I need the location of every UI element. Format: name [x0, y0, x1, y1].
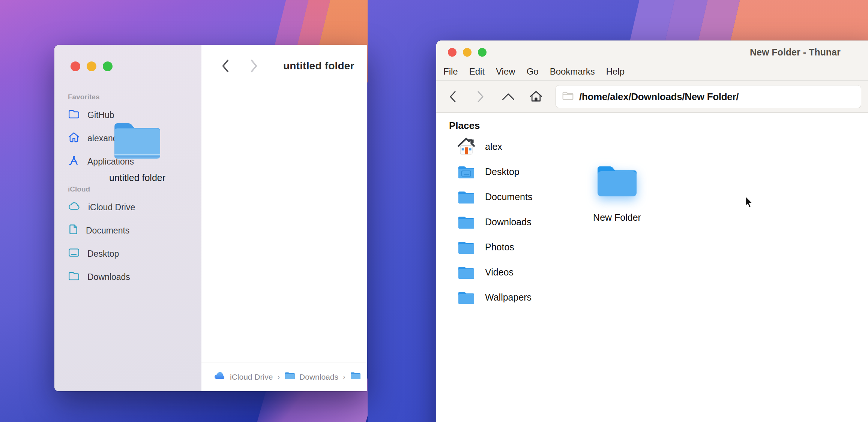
sidebar-item-downloads[interactable]: Downloads [54, 265, 201, 289]
finder-window-title: untitled folder [283, 60, 354, 72]
place-item-label: Wallpapers [485, 292, 532, 303]
place-item-desktop[interactable]: Desktop [436, 159, 567, 184]
folder-blue-icon [456, 215, 477, 230]
back-button[interactable] [442, 86, 463, 107]
zoom-button[interactable] [103, 61, 113, 71]
location-path-text: /home/alex/Downloads/New Folder/ [579, 91, 739, 103]
folder-desktop-icon [456, 165, 477, 180]
breadcrumb-partial[interactable] [350, 371, 361, 382]
thunar-folder-icon [595, 196, 640, 202]
finder-sidebar: Favorites GitHub alexander [54, 45, 201, 391]
place-item-label: Desktop [485, 166, 520, 177]
place-item-photos[interactable]: Photos [436, 235, 567, 260]
thunar-window: New Folder - Thunar File Edit View Go Bo… [436, 40, 868, 422]
minimize-button[interactable] [463, 48, 472, 57]
folder-outline-icon [68, 109, 80, 121]
cloud-filled-icon [213, 371, 226, 382]
sidebar-item-label: Desktop [87, 249, 119, 259]
sidebar-item-label: Downloads [87, 272, 130, 282]
close-button[interactable] [448, 48, 457, 57]
folder-filled-icon [350, 371, 361, 382]
document-outline-icon [68, 224, 78, 237]
thunar-traffic-lights [448, 48, 487, 57]
finder-window: Favorites GitHub alexander [54, 45, 367, 391]
sidebar-item-label: Documents [86, 226, 129, 236]
home-button[interactable] [526, 86, 547, 107]
forward-button[interactable] [246, 58, 262, 74]
sidebar-item-icloud-drive[interactable]: iCloud Drive [54, 196, 201, 219]
back-button[interactable] [217, 58, 234, 74]
menu-help[interactable]: Help [601, 66, 630, 77]
file-item-label: New Folder [586, 212, 648, 223]
home-house-icon [456, 137, 477, 157]
desktop-outline-icon [68, 248, 80, 260]
folder-blue-icon [456, 290, 477, 305]
sidebar-item-label: iCloud Drive [88, 202, 135, 212]
place-item-documents[interactable]: Documents [436, 184, 567, 210]
thunar-menubar: File Edit View Go Bookmarks Help [436, 63, 868, 81]
folder-outline-icon [68, 271, 80, 283]
forward-button[interactable] [470, 86, 491, 107]
folder-blue-icon [456, 265, 477, 280]
thunar-content: Places ale [436, 113, 868, 422]
folder-filled-icon [284, 371, 296, 382]
folder-outline-icon [562, 91, 574, 102]
breadcrumb-separator: › [342, 373, 346, 381]
folder-blue-icon [456, 240, 477, 255]
menu-bookmarks[interactable]: Bookmarks [544, 66, 601, 77]
menu-edit[interactable]: Edit [464, 66, 490, 77]
cloud-outline-icon [68, 201, 81, 213]
file-item-label: untitled folder [88, 172, 186, 183]
sidebar-section-favorites: Favorites [54, 91, 201, 103]
finder-path-bar: iCloud Drive › Downloads › [201, 362, 367, 391]
place-item-label: Documents [485, 192, 532, 202]
sidebar-item-desktop[interactable]: Desktop [54, 242, 201, 265]
minimize-button[interactable] [87, 61, 96, 71]
finder-traffic-lights [71, 61, 113, 71]
menu-go[interactable]: Go [521, 66, 544, 77]
breadcrumb-label: iCloud Drive [230, 373, 273, 382]
macos-folder-icon [112, 157, 162, 163]
breadcrumb-icloud-drive[interactable]: iCloud Drive [213, 371, 273, 382]
menu-file[interactable]: File [443, 66, 464, 77]
place-item-downloads[interactable]: Downloads [436, 210, 567, 235]
sidebar-item-label: GitHub [87, 110, 114, 120]
thunar-titlebar: New Folder - Thunar [436, 40, 868, 63]
up-button[interactable] [498, 86, 519, 107]
zoom-button[interactable] [478, 48, 487, 57]
breadcrumb-downloads[interactable]: Downloads [284, 371, 338, 382]
close-button[interactable] [71, 61, 80, 71]
sidebar-section-icloud: iCloud [54, 183, 201, 196]
place-item-label: Videos [485, 267, 514, 278]
places-header: Places [449, 120, 480, 132]
file-item-untitled-folder[interactable]: untitled folder [88, 119, 186, 183]
finder-main-area [201, 45, 367, 391]
finder-titlebar: untitled folder [201, 45, 367, 87]
sidebar-item-documents[interactable]: Documents [54, 219, 201, 242]
breadcrumb-separator: › [276, 373, 281, 381]
home-outline-icon [68, 132, 80, 145]
thunar-window-title: New Folder - Thunar [750, 40, 841, 63]
place-item-label: alex [485, 141, 502, 152]
place-item-label: Photos [485, 242, 514, 253]
place-item-alex[interactable]: alex [436, 134, 567, 159]
thunar-places-sidebar: Places ale [436, 113, 567, 422]
appstore-a-icon [68, 155, 80, 168]
location-bar[interactable]: /home/alex/Downloads/New Folder/ [556, 85, 861, 108]
place-item-videos[interactable]: Videos [436, 260, 567, 285]
desktop: Favorites GitHub alexander [0, 0, 868, 422]
file-item-new-folder[interactable]: New Folder [586, 162, 648, 223]
menu-view[interactable]: View [490, 66, 521, 77]
place-item-wallpapers[interactable]: Wallpapers [436, 285, 567, 310]
mouse-cursor [745, 196, 754, 211]
folder-blue-icon [456, 190, 477, 205]
thunar-toolbar: /home/alex/Downloads/New Folder/ [436, 81, 868, 113]
breadcrumb-label: Downloads [299, 373, 338, 382]
place-item-label: Downloads [485, 217, 532, 227]
